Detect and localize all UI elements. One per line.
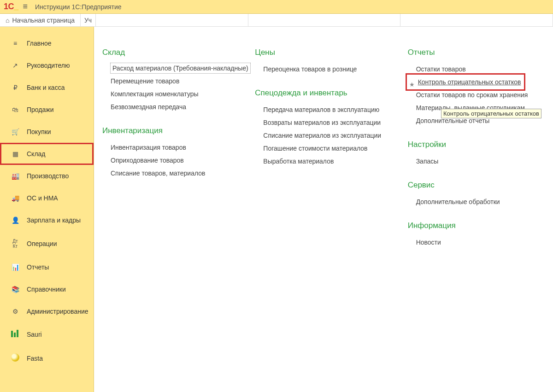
sidebar-label: Справочники (27, 286, 66, 293)
sidebar-item-reports[interactable]: 📊 Отчеты (0, 256, 94, 278)
grid-icon: ▦ (9, 150, 21, 158)
section-title: Информация (408, 221, 542, 230)
tabs-row: ⌂ Начальная страница Уч (0, 14, 553, 27)
column-3: Отчеты Остатки товаров ★ Контроль отрица… (408, 48, 542, 392)
sidebar-label: Зарплата и кадры (27, 216, 81, 224)
link-goods-writeoff[interactable]: Списание товаров, материалов (102, 167, 236, 180)
app-logo: 1C_ (4, 2, 18, 12)
link-materials-expense[interactable]: Расход материалов (Требования-накладные) (110, 63, 251, 74)
sidebar-label: Главное (27, 40, 52, 47)
sidebar-label: Руководителю (27, 62, 70, 69)
column-1: Склад Расход материалов (Требования-накл… (102, 48, 236, 392)
section-settings: Настройки Запасы (408, 140, 542, 168)
link-negative-balances-control[interactable]: ★ Контроль отрицательных остатков (410, 78, 521, 86)
bag-icon: 🛍 (9, 106, 21, 113)
link-revaluation[interactable]: Переоценка товаров в рознице (255, 63, 389, 76)
link-news[interactable]: Новости (408, 236, 542, 249)
link-free-transfer[interactable]: Безвозмездная передача (102, 100, 236, 113)
sidebar-item-fasta[interactable]: Fasta (0, 346, 94, 370)
column-2: Цены Переоценка товаров в рознице Спецод… (255, 48, 389, 392)
link-materials-transfer[interactable]: Передача материалов в эксплуатацию (255, 103, 389, 116)
bar-chart-icon: 📊 (9, 263, 21, 271)
section-warehouse: Склад Расход материалов (Требования-накл… (102, 48, 236, 113)
link-goods-movement[interactable]: Перемещение товаров (102, 75, 236, 88)
tab-home[interactable]: ⌂ Начальная страница (0, 14, 81, 26)
tab-label: Начальная страница (12, 17, 74, 24)
link-additional-processing[interactable]: Дополнительные обработки (408, 195, 542, 208)
sidebar-item-purchases[interactable]: 🛒 Покупки (0, 121, 94, 143)
sidebar-label: Производство (27, 172, 69, 180)
ops-icon: ДтКт (9, 239, 21, 249)
person-icon: 👤 (9, 216, 21, 224)
star-icon: ★ (409, 81, 415, 88)
link-stock-balances[interactable]: Остатки товаров (408, 63, 542, 76)
sidebar-item-production[interactable]: 🏭 Производство (0, 165, 94, 187)
sidebar-item-assets[interactable]: 🚚 ОС и НМА (0, 187, 94, 209)
sidebar-item-manager[interactable]: ↗ Руководителю (0, 54, 94, 76)
link-materials-writeoff[interactable]: Списание материалов из эксплуатации (255, 129, 389, 142)
gear-icon: ⚙ (9, 308, 21, 315)
hamburger-icon[interactable]: ≡ (23, 2, 28, 12)
sidebar-label: Администрирование (27, 308, 88, 315)
sidebar-label: Sauri (27, 331, 42, 338)
sidebar: ≡ Главное ↗ Руководителю ₽ Банк и касса … (0, 27, 94, 392)
sauri-icon (9, 330, 21, 339)
sidebar-label: Fasta (27, 355, 43, 362)
section-title: Настройки (408, 140, 542, 149)
link-configuration[interactable]: Комплектация номенклатуры (102, 88, 236, 100)
sidebar-item-main[interactable]: ≡ Главное (0, 32, 94, 54)
sidebar-item-directories[interactable]: 📚 Справочники (0, 278, 94, 300)
sidebar-item-sales[interactable]: 🛍 Продажи (0, 99, 94, 121)
factory-icon: 🏭 (9, 172, 21, 180)
section-workwear: Спецодежда и инвентарь Передача материал… (255, 88, 389, 168)
section-title: Цены (255, 48, 389, 57)
menu-icon: ≡ (9, 40, 21, 47)
sidebar-item-sauri[interactable]: Sauri (0, 322, 94, 346)
cart-icon: 🛒 (9, 128, 21, 135)
sidebar-label: Банк и касса (27, 84, 65, 91)
tab-blanks (96, 14, 553, 26)
section-title: Спецодежда и инвентарь (255, 88, 389, 98)
home-icon: ⌂ (6, 17, 9, 24)
tab-partial[interactable]: Уч (81, 14, 96, 26)
sidebar-label: Отчеты (27, 263, 49, 271)
sidebar-item-admin[interactable]: ⚙ Администрирование (0, 300, 94, 322)
sidebar-label: Покупки (27, 128, 51, 135)
section-info: Информация Новости (408, 221, 542, 249)
link-goods-posting[interactable]: Оприходование товаров (102, 154, 236, 167)
book-icon: 📚 (9, 286, 21, 293)
sidebar-item-bank[interactable]: ₽ Банк и касса (0, 76, 94, 99)
chart-up-icon: ↗ (9, 62, 21, 69)
section-title: Отчеты (408, 48, 542, 57)
ruble-icon: ₽ (9, 84, 21, 91)
section-prices: Цены Переоценка товаров в рознице (255, 48, 389, 76)
section-title: Склад (102, 48, 236, 57)
title-bar: 1C_ ≡ Инструкции 1С:Предприятие (0, 0, 553, 14)
sidebar-label: Продажи (27, 106, 53, 113)
truck-icon: 🚚 (9, 194, 21, 202)
main-layout: ≡ Главное ↗ Руководителю ₽ Банк и касса … (0, 27, 553, 392)
sidebar-label: ОС и НМА (27, 194, 58, 202)
tooltip: Контроль отрицательных остатков (441, 109, 541, 118)
section-service: Сервис Дополнительные обработки (408, 181, 542, 208)
link-materials-return[interactable]: Возвраты материалов из эксплуатации (255, 116, 389, 129)
section-inventory: Инвентаризация Инвентаризация товаров Оп… (102, 126, 236, 180)
sidebar-item-operations[interactable]: ДтКт Операции (0, 231, 94, 256)
link-inventory-goods[interactable]: Инвентаризация товаров (102, 141, 236, 154)
app-title: Инструкции 1С:Предприятие (35, 3, 122, 11)
sidebar-label: Склад (27, 150, 46, 158)
link-cost-repayment[interactable]: Погашение стоимости материалов (255, 142, 389, 155)
sidebar-item-warehouse[interactable]: ▦ Склад (0, 143, 94, 165)
link-balances-by-storage[interactable]: Остатки товаров по срокам хранения (408, 88, 542, 101)
sidebar-item-hr[interactable]: 👤 Зарплата и кадры (0, 209, 94, 231)
link-materials-output[interactable]: Выработка материалов (255, 155, 389, 168)
fasta-icon (9, 353, 21, 363)
link-stocks[interactable]: Запасы (408, 155, 542, 168)
section-title: Инвентаризация (102, 126, 236, 135)
sidebar-label: Операции (27, 240, 57, 247)
section-title: Сервис (408, 181, 542, 190)
content-area: Склад Расход материалов (Требования-накл… (94, 27, 553, 392)
highlighted-report: ★ Контроль отрицательных остатков (408, 76, 523, 88)
